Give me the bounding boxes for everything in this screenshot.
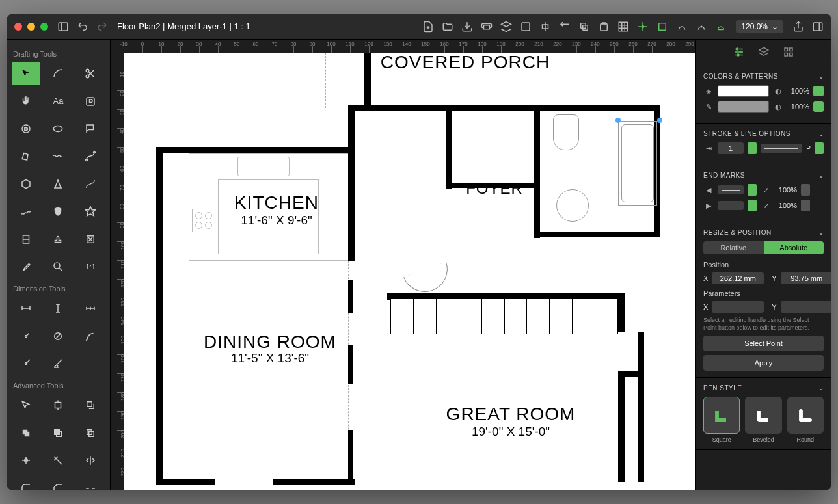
undo-icon[interactable] — [77, 21, 88, 33]
sidebar-toggle-icon[interactable] — [57, 21, 69, 33]
copy-icon[interactable] — [578, 21, 590, 33]
polygon-tool[interactable] — [12, 144, 40, 168]
end-mark-preview[interactable] — [718, 201, 744, 210]
paste-icon[interactable] — [598, 21, 610, 33]
start-mark-preview[interactable] — [718, 185, 744, 194]
relative-tab[interactable]: Relative — [703, 241, 764, 254]
maximize-window-button[interactable] — [40, 23, 48, 31]
door-tool[interactable] — [12, 227, 40, 250]
dimension-d-tool[interactable]: D — [12, 117, 40, 140]
align-icon[interactable] — [539, 21, 551, 33]
intersect-tool[interactable] — [76, 421, 105, 445]
wave-tool[interactable] — [44, 144, 73, 168]
angle-dim-tool[interactable] — [44, 352, 73, 375]
new-file-icon[interactable] — [422, 21, 434, 33]
param-y-input[interactable] — [781, 301, 831, 313]
snap-point-icon[interactable] — [696, 21, 707, 33]
print-icon[interactable] — [481, 21, 493, 33]
arc-dim-tool[interactable] — [76, 325, 105, 348]
trim-tool[interactable] — [12, 449, 40, 472]
fill-stepper[interactable] — [813, 86, 824, 96]
settings-tab[interactable] — [733, 46, 745, 59]
chamfer-tool[interactable] — [44, 476, 73, 490]
path-tool[interactable] — [44, 172, 73, 196]
layers-icon[interactable] — [500, 21, 512, 33]
point-dim-tool[interactable] — [12, 352, 40, 375]
grid-icon[interactable] — [617, 21, 629, 33]
chevron-down-icon[interactable]: ⌄ — [818, 73, 824, 80]
right-panel-toggle-icon[interactable] — [812, 21, 824, 33]
start-mark-stepper[interactable] — [748, 184, 757, 196]
end-pct-stepper[interactable] — [801, 200, 810, 211]
break-tool[interactable] — [76, 476, 105, 490]
pen-beveled-option[interactable]: Beveled — [745, 397, 781, 442]
guides-icon[interactable] — [656, 21, 668, 33]
stroke-width-input[interactable] — [718, 142, 744, 154]
star-tool[interactable] — [76, 200, 105, 223]
absolute-tab[interactable]: Absolute — [764, 241, 824, 254]
pen-round-option[interactable]: Round — [787, 397, 824, 442]
chevron-down-icon[interactable]: ⌄ — [818, 229, 824, 236]
subtract-tool[interactable] — [44, 421, 73, 445]
union-tool[interactable] — [12, 421, 40, 445]
chevron-down-icon[interactable]: ⌄ — [818, 130, 824, 137]
fillet-tool[interactable] — [12, 476, 40, 490]
chevron-down-icon[interactable]: ⌄ — [818, 384, 824, 391]
redo-icon[interactable] — [96, 21, 108, 33]
scale-tool[interactable]: 1:1 — [76, 255, 105, 278]
start-pct-stepper[interactable] — [801, 184, 810, 196]
extend-tool[interactable] — [44, 449, 73, 472]
pen-square-option[interactable]: Square — [703, 397, 740, 442]
scissors-tool[interactable] — [76, 62, 105, 85]
freehand-tool[interactable] — [12, 200, 40, 223]
direct-select-tool[interactable] — [12, 393, 40, 417]
diameter-dim-tool[interactable] — [44, 325, 73, 348]
snap-grid-icon[interactable] — [715, 21, 727, 33]
param-x-input[interactable] — [712, 301, 764, 313]
parking-tool[interactable] — [76, 89, 105, 113]
bezier-tool[interactable] — [76, 144, 105, 168]
hexagon-tool[interactable] — [12, 172, 40, 196]
radial-dim-tool[interactable] — [12, 325, 40, 348]
eyedropper-tool[interactable] — [12, 255, 40, 278]
snap-icon[interactable] — [637, 21, 649, 33]
ellipse-tool[interactable] — [44, 117, 73, 140]
minimize-window-button[interactable] — [27, 23, 35, 31]
stamp-tool[interactable] — [44, 227, 73, 250]
callout-tool[interactable] — [76, 117, 105, 140]
apply-button[interactable]: Apply — [703, 355, 824, 371]
end-mark-stepper[interactable] — [748, 200, 757, 211]
zoom-level[interactable]: 120.0% ⌄ — [736, 20, 783, 33]
position-x-input[interactable] — [712, 272, 764, 284]
folder-icon[interactable] — [442, 21, 453, 33]
position-y-input[interactable] — [781, 272, 831, 284]
group-icon[interactable] — [520, 21, 532, 33]
select-point-button[interactable]: Select Point — [703, 336, 824, 351]
flip-icon[interactable] — [559, 21, 571, 33]
hand-tool[interactable] — [12, 89, 40, 113]
drawing-canvas[interactable]: COVERED PORCH KITCHEN 11'-6" X 9'-6" FOY… — [124, 53, 695, 490]
text-tool[interactable]: Aa — [44, 89, 73, 113]
grid-tab[interactable] — [783, 46, 794, 59]
move-tool[interactable] — [44, 393, 73, 417]
line-style-stepper[interactable] — [815, 142, 824, 154]
share-icon[interactable] — [792, 21, 804, 33]
layers-tab[interactable] — [758, 46, 770, 59]
offset-tool[interactable] — [76, 393, 105, 417]
mirror-tool[interactable] — [76, 449, 105, 472]
delete-tool[interactable] — [76, 227, 105, 250]
save-icon[interactable] — [461, 21, 473, 33]
stroke-width-stepper[interactable] — [748, 142, 757, 154]
close-window-button[interactable] — [14, 23, 22, 31]
fill-swatch[interactable] — [718, 85, 769, 97]
stroke-stepper[interactable] — [813, 101, 824, 112]
shield-tool[interactable] — [44, 200, 73, 223]
zoom-tool[interactable] — [44, 255, 73, 278]
snap-object-icon[interactable] — [676, 21, 688, 33]
arc-tool[interactable] — [44, 62, 73, 85]
height-dim-tool[interactable] — [44, 297, 73, 320]
linear-dim-tool[interactable] — [12, 297, 40, 320]
chain-dim-tool[interactable] — [76, 297, 105, 320]
spline-tool[interactable] — [76, 172, 105, 196]
line-style-preview[interactable] — [761, 144, 802, 153]
